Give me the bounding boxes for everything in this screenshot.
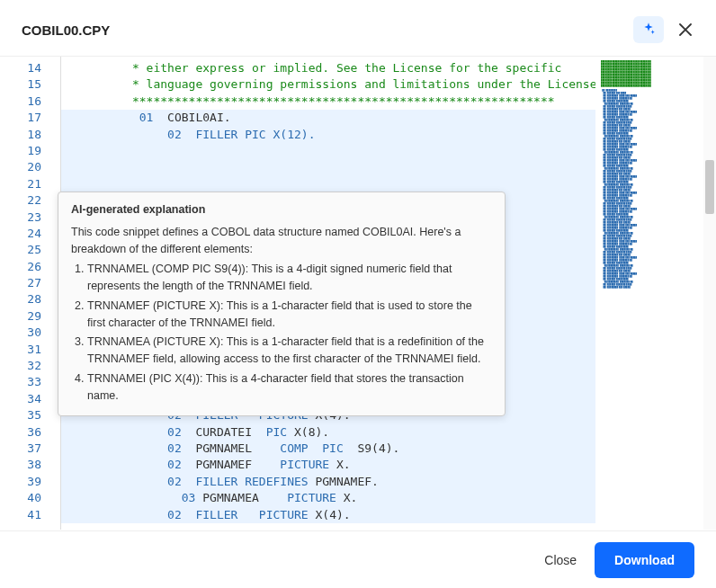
code-line[interactable]: * either express or implied. See the Lic… <box>61 60 595 76</box>
tooltip-title: AI-generated explanation <box>71 201 492 218</box>
ai-explanation-tooltip: AI-generated explanation This code snipp… <box>58 192 506 416</box>
line-number: 39 <box>0 474 41 490</box>
header-actions <box>633 16 694 43</box>
line-number: 23 <box>0 209 41 226</box>
sparkle-icon <box>641 22 656 39</box>
line-number: 36 <box>0 424 41 441</box>
tooltip-item: TRNNAMEA (PICTURE X): This is a 1-charac… <box>87 334 492 368</box>
close-button[interactable]: Close <box>544 553 577 567</box>
line-number: 21 <box>0 176 41 192</box>
dialog-title: COBIL00.CPY <box>22 22 110 38</box>
line-number: 33 <box>0 374 41 390</box>
line-number: 20 <box>0 159 41 175</box>
line-number: 16 <box>0 94 41 110</box>
line-number: 41 <box>0 507 41 523</box>
line-number: 32 <box>0 358 41 374</box>
download-button[interactable]: Download <box>595 542 694 578</box>
code-line[interactable]: ****************************************… <box>61 94 595 110</box>
code-line[interactable]: 02 FILLER REDEFINES PGMNAMEF. <box>61 474 595 490</box>
code-line[interactable]: 01 COBIL0AI. <box>61 110 595 126</box>
code-line[interactable]: 03 PGMNAMEA PICTURE X. <box>61 490 595 506</box>
line-number: 31 <box>0 342 41 358</box>
code-line[interactable] <box>61 159 595 175</box>
code-line[interactable]: 02 PGMNAMEF PICTURE X. <box>61 457 595 473</box>
tooltip-item: TRNNAMEF (PICTURE X): This is a 1-charac… <box>87 298 492 332</box>
code-line[interactable]: * language governing permissions and lim… <box>61 76 595 93</box>
line-number: 38 <box>0 457 41 473</box>
line-number: 28 <box>0 291 41 307</box>
dialog-footer: Close Download <box>0 530 716 588</box>
dialog-header: COBIL00.CPY <box>0 0 716 57</box>
line-number: 24 <box>0 226 41 242</box>
tooltip-intro: This code snippet defines a COBOL data s… <box>71 224 492 258</box>
tooltip-item: TRNNAMEI (PIC X(4)): This is a 4-charact… <box>87 370 492 405</box>
line-number: 25 <box>0 242 41 258</box>
tooltip-item: TRNNAMEL (COMP PIC S9(4)): This is a 4-d… <box>87 261 492 295</box>
line-number: 27 <box>0 275 41 291</box>
line-number: 34 <box>0 391 41 407</box>
code-line[interactable]: 02 FILLER PIC X(12). <box>61 127 595 143</box>
scrollbar[interactable] <box>703 57 716 530</box>
line-number: 17 <box>0 110 41 126</box>
line-number: 30 <box>0 325 41 341</box>
line-number: 15 <box>0 76 41 93</box>
line-number: 35 <box>0 407 41 423</box>
minimap[interactable]: ████████████████████████████████████████… <box>595 57 703 530</box>
ai-explain-button[interactable] <box>633 16 664 43</box>
line-number: 18 <box>0 127 41 143</box>
close-icon[interactable] <box>676 21 694 39</box>
line-number: 22 <box>0 192 41 209</box>
code-line[interactable]: 02 PGMNAMEL COMP PIC S9(4). <box>61 441 595 457</box>
line-number: 14 <box>0 60 41 76</box>
scroll-thumb[interactable] <box>705 160 714 214</box>
code-line[interactable] <box>61 176 595 192</box>
code-line[interactable] <box>61 143 595 159</box>
code-line[interactable]: 02 CURDATEI PIC X(8). <box>61 424 595 441</box>
line-number: 26 <box>0 259 41 275</box>
line-number: 37 <box>0 441 41 457</box>
line-number: 40 <box>0 490 41 506</box>
line-number: 29 <box>0 308 41 325</box>
editor: 1415161718192021222324252627282930313233… <box>0 57 716 530</box>
tooltip-list: TRNNAMEL (COMP PIC S9(4)): This is a 4-d… <box>71 261 492 404</box>
code-line[interactable]: 02 FILLER PICTURE X(4). <box>61 507 595 523</box>
line-number-gutter: 1415161718192021222324252627282930313233… <box>0 57 49 530</box>
line-number: 19 <box>0 143 41 159</box>
